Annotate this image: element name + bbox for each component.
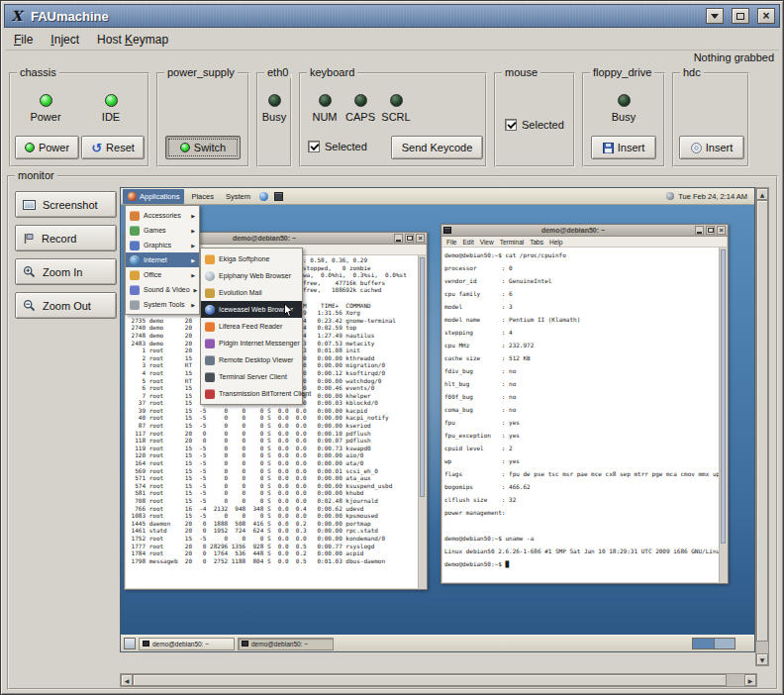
mouse-selected-checkbox[interactable]: Selected — [505, 119, 564, 131]
terminal-menu-item[interactable]: Help — [549, 239, 562, 246]
terminal-line: 119 root 15 -5 0 0 0 S 0.0 0.0 0:00.73 k… — [128, 445, 416, 452]
terminal-menu-item[interactable]: Edit — [462, 239, 473, 246]
screenshot-button[interactable]: Screenshot — [15, 191, 117, 218]
terminal-window-right[interactable]: demo@debian50: ~ × FileEditViewTerminalT… — [441, 224, 729, 584]
terminal-line: f00f_bug : no — [444, 390, 717, 403]
gnome-bottom-panel: demo@debian50: ~ demo@debian50: ~ — [121, 635, 754, 651]
vm-close-button[interactable]: × — [717, 226, 726, 235]
monitor-vertical-scrollbar[interactable]: ▲ ▼ — [755, 187, 769, 666]
menu-item-ekiga[interactable]: Ekiga Softphone — [201, 250, 302, 267]
menubar-item[interactable]: Inject — [42, 30, 88, 50]
terminal-left-scrollbar[interactable] — [418, 255, 426, 588]
scrollbar-thumb[interactable] — [420, 257, 425, 497]
menu-item-transmission[interactable]: Transmission BitTorrent Client — [201, 385, 302, 402]
volume-icon[interactable] — [666, 192, 674, 200]
vm-maximize-button[interactable] — [405, 234, 414, 243]
menu-item-pidgin[interactable]: Pidgin Internet Messenger — [201, 335, 302, 351]
submenu-arrow-icon: ▶ — [194, 287, 198, 293]
zoom-in-button[interactable]: Zoom In — [15, 258, 117, 285]
x11-logo-icon: X — [9, 8, 25, 24]
menu-item-games[interactable]: Games ▶ — [126, 223, 199, 238]
monitor-horizontal-scrollbar[interactable]: ◀ ▶ — [120, 673, 757, 687]
zoom-in-icon — [23, 265, 36, 278]
chassis-power-button[interactable]: Power — [15, 136, 79, 159]
minimize-button[interactable] — [706, 8, 724, 24]
terminal-line: 569 root 15 -5 0 0 0 S 0.0 0.0 0:00.01 s… — [128, 467, 416, 475]
taskbar-window-button[interactable]: demo@debian50: ~ — [238, 638, 334, 650]
terminal-menu-item[interactable]: File — [446, 239, 456, 246]
mouse-panel: mouse Selected — [494, 72, 575, 167]
record-button[interactable]: Record — [15, 225, 117, 251]
vm-screen[interactable]: demo@debian50: ~ × FileEditViewTerminalT… — [120, 187, 755, 652]
power-supply-switch-button[interactable]: Switch — [165, 136, 241, 159]
scroll-right-icon[interactable]: ▶ — [744, 674, 756, 686]
scrollbar-thumb[interactable] — [756, 200, 768, 642]
vm-close-button[interactable]: × — [416, 234, 425, 243]
terminal-right-titlebar[interactable]: demo@debian50: ~ × — [441, 225, 728, 237]
device-panels: chassis Power IDE Power ↺ Reset power_su… — [9, 72, 749, 167]
scroll-down-icon[interactable]: ▼ — [756, 653, 768, 665]
menu-item-terminal-server-client[interactable]: Terminal Server Client — [201, 368, 302, 385]
vm-maximize-button[interactable] — [706, 226, 715, 235]
floppy-insert-button[interactable]: Insert — [591, 136, 656, 159]
terminal-menu-item[interactable]: Tabs — [530, 239, 543, 246]
scrollbar-thumb[interactable] — [133, 674, 727, 686]
show-desktop-icon[interactable] — [124, 638, 136, 649]
checkbox-icon — [505, 119, 517, 131]
terminal-line: flags : fpu de pse tsc msr pae mce cx8 s… — [444, 467, 717, 480]
scroll-left-icon[interactable]: ◀ — [121, 674, 133, 686]
menu-item-internet[interactable]: Internet ▶ — [126, 252, 199, 267]
vm-minimize-button[interactable] — [695, 226, 704, 235]
maximize-button[interactable] — [732, 8, 749, 24]
menu-item-remote-desktop[interactable]: Remote Desktop Viewer — [201, 351, 302, 368]
menu-item-liferea[interactable]: Liferea Feed Reader — [201, 318, 302, 335]
caps-lock-led — [354, 94, 367, 107]
applications-menu-button[interactable]: Applications — [123, 189, 184, 204]
panel-clock[interactable]: Tue Feb 24, 2:14 AM — [666, 192, 752, 201]
menu-item-sound-video[interactable]: Sound & Video ▶ — [126, 282, 199, 297]
terminal-line: demo@debian50:~$ █ — [444, 557, 717, 570]
gnome-top-panel: Applications Places System Tue Feb 24, 2… — [121, 188, 754, 205]
chassis-reset-button[interactable]: ↺ Reset — [81, 136, 145, 159]
close-button[interactable]: × — [757, 8, 775, 24]
menu-item-system-tools[interactable]: System Tools ▶ — [126, 297, 199, 312]
system-tools-icon — [130, 300, 140, 310]
menu-item-evolution[interactable]: Evolution Mail — [201, 284, 302, 301]
terminal-menu-item[interactable]: View — [480, 239, 494, 246]
zoom-out-button[interactable]: Zoom Out — [15, 292, 117, 319]
terminal-line: fdiv_bug : no — [444, 364, 717, 377]
scrollbar-thumb[interactable] — [721, 249, 726, 544]
keyboard-selected-checkbox[interactable]: Selected — [308, 141, 367, 152]
workspace-switcher[interactable] — [692, 638, 735, 649]
send-keycode-button[interactable]: Send Keycode — [391, 136, 483, 159]
terminal-launcher-icon[interactable] — [274, 192, 283, 201]
terminal-line: demo@debian50:~$ cat /proc/cpuinfo — [444, 248, 717, 261]
applications-menu: Accessories ▶ Games ▶ Graphics ▶ Interne… — [125, 205, 200, 315]
workspace-1[interactable] — [693, 639, 714, 648]
terminal-menu-item[interactable]: Terminal — [500, 239, 525, 246]
menu-item-graphics[interactable]: Graphics ▶ — [126, 238, 199, 252]
terminal-right-content[interactable]: demo@debian50:~$ cat /proc/cpuinfoproces… — [442, 248, 719, 582]
menubar-item[interactable]: Host Keymap — [88, 30, 177, 50]
hdc-insert-button[interactable]: Insert — [679, 136, 744, 159]
menu-item-epiphany[interactable]: Epiphany Web Browser — [201, 267, 302, 284]
taskbar-window-button[interactable]: demo@debian50: ~ — [139, 638, 235, 650]
system-menu-button[interactable]: System — [221, 189, 255, 204]
terminal-line: bogomips : 466.62 — [444, 480, 717, 493]
places-menu-button[interactable]: Places — [186, 189, 219, 204]
menubar-item[interactable]: File — [5, 30, 42, 50]
terminal-right-scrollbar[interactable] — [719, 248, 727, 582]
terminal-line — [444, 519, 717, 532]
scroll-up-icon[interactable]: ▲ — [756, 188, 768, 200]
terminal-line: fpu : yes — [444, 416, 717, 429]
workspace-2[interactable] — [714, 639, 735, 648]
menu-item-office[interactable]: Office ▶ — [126, 267, 199, 282]
vm-minimize-button[interactable] — [394, 234, 403, 243]
window-titlebar[interactable]: X FAUmachine × — [4, 4, 780, 28]
menu-item-accessories[interactable]: Accessories ▶ — [126, 208, 199, 223]
web-browser-launcher-icon[interactable] — [259, 192, 268, 201]
terminal-line: cpuid level : 2 — [444, 442, 717, 454]
faumachine-window: X FAUmachine × FileInjectHost Keymap Not… — [0, 0, 784, 695]
terminal-line: processor : 0 — [444, 261, 717, 274]
mouse-cursor-icon — [283, 303, 294, 318]
